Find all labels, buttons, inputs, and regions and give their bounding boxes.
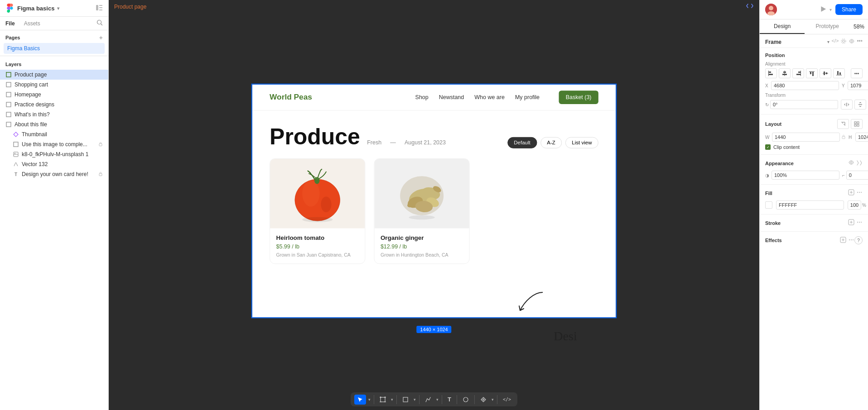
svg-rect-40: [403, 397, 408, 402]
pages-header: Pages +: [0, 30, 108, 43]
align-right-button[interactable]: [792, 68, 804, 78]
fill-section: Fill %: [760, 185, 868, 215]
svg-rect-64: [839, 72, 841, 75]
align-center-h-button[interactable]: [779, 68, 791, 78]
tomato-illustration: [287, 163, 348, 224]
position-y-label: Y: [842, 83, 846, 88]
align-top-button[interactable]: [806, 68, 818, 78]
layer-item-k8[interactable]: k8-0_fkPHulv-M-unsplash 1: [0, 149, 108, 159]
position-x-input[interactable]: [771, 81, 839, 90]
text-tool-button[interactable]: T: [445, 394, 454, 405]
tab-prototype[interactable]: Prototype: [805, 19, 849, 34]
height-input[interactable]: [855, 133, 868, 142]
tab-design[interactable]: Design: [760, 19, 805, 34]
layer-item-vector[interactable]: Vector 132: [0, 159, 108, 169]
app-logo[interactable]: Figma basics ▾: [5, 4, 59, 13]
layer-item-product-page[interactable]: Product page: [0, 70, 108, 80]
pages-add-button[interactable]: +: [99, 34, 103, 41]
help-button[interactable]: ?: [854, 236, 863, 244]
nav-newstand[interactable]: Newstand: [439, 94, 464, 100]
assets-tab[interactable]: Assets: [24, 20, 40, 27]
components-tool-button[interactable]: [477, 395, 489, 405]
fill-add-button[interactable]: [848, 189, 854, 197]
align-bottom-button[interactable]: [833, 68, 845, 78]
nav-my-profile[interactable]: My profile: [515, 94, 540, 100]
align-left-button[interactable]: [765, 68, 777, 78]
effects-add-button[interactable]: [840, 237, 846, 244]
share-button[interactable]: Share: [835, 4, 863, 15]
shape-tool-chevron: ▾: [414, 397, 416, 402]
product-card-tomato[interactable]: Heirloom tomato $5.99 / lb Grown in San …: [270, 158, 365, 264]
frame-icon: [5, 111, 12, 118]
design-proto-tabs: Design Prototype: [760, 19, 850, 34]
layer-item-thumbnail[interactable]: Thumbnail: [0, 129, 108, 139]
frame-tool-button[interactable]: [377, 395, 389, 405]
position-y-input[interactable]: [848, 81, 868, 90]
filter-default[interactable]: Default: [507, 137, 537, 148]
frame-chevron: ▾: [827, 39, 829, 44]
visibility-icon[interactable]: [849, 38, 855, 46]
layer-item-about-this-file[interactable]: About this file: [0, 119, 108, 129]
corner-input[interactable]: [846, 171, 868, 180]
svg-rect-58: [812, 72, 814, 76]
distribute-button[interactable]: •••: [851, 68, 863, 78]
stroke-more-button[interactable]: [856, 219, 863, 227]
sidebar-toggle[interactable]: [96, 4, 103, 13]
layer-name: Design your own card here!: [22, 171, 96, 177]
layer-item-design-card[interactable]: T Design your own card here!: [0, 169, 108, 179]
code-icon[interactable]: </>: [831, 38, 839, 46]
opacity-input[interactable]: [772, 171, 839, 180]
present-icon[interactable]: [820, 5, 827, 14]
shape-tool-button[interactable]: [400, 395, 411, 405]
product-image-tomato: [270, 159, 365, 229]
flip-v-button[interactable]: [854, 100, 866, 110]
appearance-more-icon[interactable]: [856, 160, 863, 167]
stroke-add-button[interactable]: [848, 219, 854, 227]
file-tab[interactable]: File: [5, 20, 15, 27]
svg-rect-70: [857, 124, 859, 126]
align-middle-button[interactable]: [820, 68, 831, 78]
layout-expand-button[interactable]: [837, 119, 849, 129]
svg-rect-14: [99, 144, 102, 146]
effects-more-button[interactable]: [848, 237, 854, 244]
design-frame[interactable]: World Peas Shop Newstand Who we are My p…: [251, 84, 617, 318]
hex-input[interactable]: [776, 200, 844, 210]
page-item-figma-basics[interactable]: Figma Basics: [4, 43, 105, 54]
select-tool-button[interactable]: [354, 395, 366, 405]
fill-opacity-input[interactable]: [848, 200, 861, 210]
width-input[interactable]: [772, 133, 840, 142]
clip-content-checkbox[interactable]: ✓: [765, 144, 771, 150]
zoom-indicator[interactable]: 58%: [850, 22, 868, 32]
ellipse-tool-button[interactable]: [460, 395, 472, 405]
appearance-visibility-icon[interactable]: [848, 159, 854, 167]
fill-more-button[interactable]: [856, 189, 863, 197]
layer-item-shopping-cart[interactable]: Shopping cart: [0, 80, 108, 90]
layer-item-homepage[interactable]: Homepage: [0, 90, 108, 100]
layer-item-whats-in-this[interactable]: What's in this?: [0, 110, 108, 119]
rotation-input[interactable]: [770, 100, 838, 109]
svg-point-20: [321, 196, 331, 212]
color-swatch[interactable]: [765, 201, 772, 209]
nav-shop[interactable]: Shop: [415, 94, 429, 100]
canvas-code-icon[interactable]: [746, 2, 754, 11]
path-tool-button[interactable]: [422, 395, 434, 405]
layer-item-practice-designs[interactable]: Practice designs: [0, 100, 108, 110]
svg-point-92: [849, 239, 850, 240]
stroke-header: Stroke: [765, 219, 863, 227]
search-icon[interactable]: [96, 19, 103, 27]
text-icon: T: [13, 171, 19, 177]
product-card-ginger[interactable]: Organic ginger $12.99 / lb Grown in Hunt…: [374, 158, 470, 264]
layer-item-use-this-image[interactable]: Use this image to comple...: [0, 139, 108, 149]
nav-who-we-are[interactable]: Who we are: [474, 94, 505, 100]
flip-h-button[interactable]: [841, 100, 853, 110]
more-icon[interactable]: •••: [857, 38, 863, 46]
layout-grid-button[interactable]: [851, 119, 863, 129]
code-tool-button[interactable]: </>: [500, 395, 514, 404]
basket-button[interactable]: Basket (3): [559, 91, 598, 104]
filter-az[interactable]: A-Z: [540, 137, 562, 148]
width-lock-icon[interactable]: [841, 134, 846, 140]
settings-icon[interactable]: [840, 38, 847, 46]
filter-listview[interactable]: List view: [565, 137, 598, 148]
product-image-ginger: [374, 159, 469, 229]
effects-section: Effects ?: [760, 232, 868, 249]
